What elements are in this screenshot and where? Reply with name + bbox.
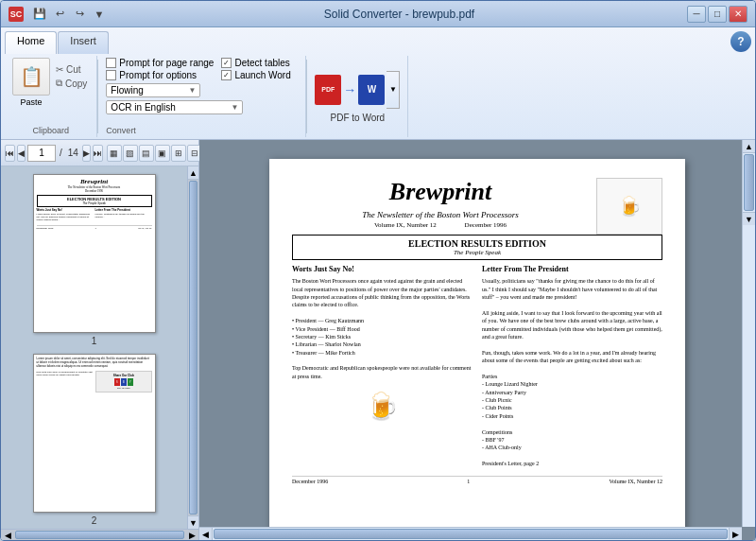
col2-body: Usually, politicians say "thanks for giv…: [482, 277, 662, 467]
convert-group: Prompt for page range Prompt for options…: [98, 56, 306, 137]
view-btn-3[interactable]: ▤: [139, 145, 154, 162]
word-icon: W: [358, 75, 385, 105]
doc-h-scroll-thumb[interactable]: [214, 529, 728, 539]
doc-subtitle: The Newsletter of the Boston Wort Proces…: [292, 210, 589, 219]
close-button[interactable]: ✕: [729, 6, 747, 23]
doc-footer: December 1996 1 Volume IX, Number 12: [292, 476, 662, 484]
thumbnail-scrollbar: ▲ ▼: [187, 166, 198, 529]
clipboard-group: 📋 Paste ✂ Cut ⧉ Copy: [5, 56, 97, 137]
page-separator: /: [60, 148, 62, 158]
prompt-options-label[interactable]: Prompt for options: [106, 70, 214, 80]
layout-dropdown-arrow: ▼: [188, 86, 196, 95]
doc-title: Brewprint: [292, 178, 589, 206]
doc-v-scrollbar: ▲ ▼: [742, 140, 755, 527]
thumb-h-scroll-right[interactable]: ▶: [185, 530, 198, 540]
document-scroll[interactable]: Brewprint The Newsletter of the Boston W…: [199, 140, 755, 540]
page-number-input[interactable]: [27, 145, 56, 162]
pdf-word-dropdown-button[interactable]: ▼: [387, 71, 400, 109]
navigation-toolbar: ⏮ ◀ / 14 ▶ ⏭ ▦ ▧ ▤ ▣ ⊞ ⊟ + − ↖: [1, 140, 198, 166]
document-viewer: Brewprint The Newsletter of the Boston W…: [199, 140, 755, 540]
detect-tables-checkbox[interactable]: [221, 58, 232, 68]
arrow-right-icon: →: [343, 82, 356, 97]
main-window: SC 💾 ↩ ↪ ▼ Solid Converter - brewpub.pdf…: [0, 0, 756, 541]
help-button[interactable]: ?: [730, 31, 751, 52]
view-btn-5[interactable]: ⊞: [171, 145, 186, 162]
view-btn-4[interactable]: ▣: [155, 145, 170, 162]
thumbnail-list[interactable]: Brewprint The Newsletter of the Boston W…: [1, 166, 187, 529]
document-page: Brewprint The Newsletter of the Boston W…: [269, 159, 685, 540]
tab-insert[interactable]: Insert: [58, 31, 109, 54]
thumb-h-scroll-thumb[interactable]: [15, 531, 184, 539]
ocr-dropdown[interactable]: OCR in English ▼: [106, 100, 243, 114]
thumb-scroll-down-btn[interactable]: ▼: [188, 515, 198, 529]
doc-header-text: Brewprint The Newsletter of the Boston W…: [292, 178, 589, 235]
view-btn-1[interactable]: ▦: [107, 145, 122, 162]
maximize-button[interactable]: □: [708, 6, 727, 23]
thumbnail-panel: ⏮ ◀ / 14 ▶ ⏭ ▦ ▧ ▤ ▣ ⊞ ⊟ + − ↖: [1, 140, 199, 540]
qa-dropdown-button[interactable]: ▼: [91, 6, 108, 23]
clipboard-group-label: Clipboard: [32, 124, 69, 135]
paste-button[interactable]: 📋: [12, 58, 50, 96]
prompt-page-range-checkbox[interactable]: [106, 58, 116, 68]
doc-col-2: Letter From The President Usually, polit…: [482, 264, 662, 468]
title-bar: SC 💾 ↩ ↪ ▼ Solid Converter - brewpub.pdf…: [1, 1, 755, 27]
election-box: ELECTION RESULTS EDITION The People Spea…: [292, 235, 662, 260]
doc-scroll-down-btn[interactable]: ▼: [743, 212, 755, 225]
col2-title: Letter From The President: [482, 264, 662, 274]
prev-page-button[interactable]: ◀: [17, 145, 26, 162]
doc-h-scrollbar: ◀ ▶: [199, 527, 742, 540]
copy-icon: ⧉: [56, 78, 62, 89]
footer-left: December 1996: [292, 479, 328, 484]
convert-row-2: Flowing ▼: [106, 83, 298, 97]
pdf-to-word-label: PDF to Word: [331, 113, 386, 123]
election-sub: The People Speak: [299, 249, 656, 256]
quick-access-toolbar: 💾 ↩ ↪ ▼: [27, 6, 112, 23]
page-total: 14: [68, 148, 78, 158]
ocr-dropdown-arrow: ▼: [231, 103, 238, 112]
convert-row-1: Prompt for page range Prompt for options…: [106, 58, 298, 80]
thumb-h-scroll-left[interactable]: ◀: [1, 530, 14, 540]
copy-button[interactable]: ⧉ Copy: [54, 77, 89, 90]
doc-scroll-thumb[interactable]: [744, 154, 754, 211]
redo-button[interactable]: ↪: [71, 6, 88, 23]
detect-tables-label[interactable]: Detect tables: [221, 58, 290, 68]
ribbon: Home Insert ? 📋 Paste: [1, 27, 755, 140]
scissors-icon: ✂: [56, 64, 63, 75]
thumbnail-h-scrollbar: ◀ ▶: [1, 529, 198, 540]
launch-word-label[interactable]: Launch Word: [221, 70, 290, 80]
checkboxes-right: Detect tables Launch Word: [221, 58, 290, 80]
view-buttons: ▦ ▧ ▤ ▣ ⊞ ⊟: [107, 145, 202, 162]
thumbnail-area: Brewprint The Newsletter of the Boston W…: [1, 166, 198, 529]
save-button[interactable]: 💾: [31, 6, 48, 23]
thumb-scroll-up-btn[interactable]: ▲: [188, 166, 198, 180]
doc-h-scroll-right[interactable]: ▶: [729, 528, 742, 540]
layout-dropdown[interactable]: Flowing ▼: [106, 83, 200, 97]
view-btn-2[interactable]: ▧: [123, 145, 138, 162]
doc-h-scroll-left[interactable]: ◀: [199, 528, 213, 540]
prompt-page-range-label[interactable]: Prompt for page range: [106, 58, 214, 68]
thumb-scroll-thumb[interactable]: [189, 181, 198, 515]
minimize-button[interactable]: ─: [687, 6, 706, 23]
pdf-word-btn-area: PDF → W ▼ PDF to Word: [315, 58, 400, 135]
undo-button[interactable]: ↩: [51, 6, 68, 23]
thumbnail-label-1: 1: [92, 336, 97, 346]
next-page-button[interactable]: ▶: [82, 145, 91, 162]
doc-scroll-up-btn[interactable]: ▲: [743, 140, 755, 153]
first-page-button[interactable]: ⏮: [5, 145, 15, 162]
election-title: ELECTION RESULTS EDITION: [299, 238, 656, 249]
tab-home[interactable]: Home: [5, 31, 57, 54]
launch-word-checkbox[interactable]: [221, 70, 232, 80]
clipboard-section: 📋 Paste: [12, 58, 50, 107]
doc-date: Volume IX, Number 12 December 1996: [292, 221, 589, 229]
last-page-button[interactable]: ⏭: [93, 145, 103, 162]
pdf-to-word-group: PDF → W ▼ PDF to Word: [307, 56, 408, 137]
ribbon-content: 📋 Paste ✂ Cut ⧉ Copy: [1, 54, 755, 139]
thumbnail-2[interactable]: Lorem ipsum dolor sit amet, consectetur …: [33, 354, 156, 526]
window-title: Solid Converter - brewpub.pdf: [112, 8, 687, 21]
prompt-options-checkbox[interactable]: [106, 70, 116, 80]
col1-body: The Boston Wort Processors once again vo…: [292, 277, 472, 380]
thumbnail-1[interactable]: Brewprint The Newsletter of the Boston W…: [33, 174, 156, 346]
thumbnail-label-2: 2: [92, 515, 97, 526]
cut-button[interactable]: ✂ Cut: [54, 63, 89, 76]
thumbnail-image-1: Brewprint The Newsletter of the Boston W…: [33, 174, 156, 333]
